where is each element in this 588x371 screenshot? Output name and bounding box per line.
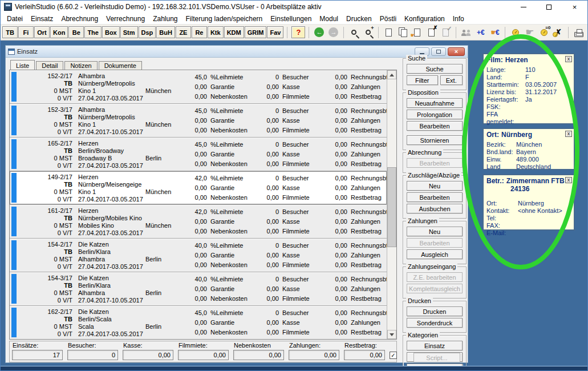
list-row[interactable]: 149-2/17 TB 0 MST 0 V/T Herzen Nürnberg/… xyxy=(10,171,387,205)
menu-verrechnung[interactable]: Verrechnung xyxy=(102,14,149,24)
search-button[interactable] xyxy=(347,26,360,39)
toolbar-button-kon[interactable]: Kon xyxy=(50,26,68,38)
forward-button[interactable]: → xyxy=(327,26,340,39)
vertical-scrollbar[interactable] xyxy=(387,70,396,339)
betreiber-panel-close-button[interactable]: x xyxy=(565,177,572,183)
list-row[interactable]: 154-2/17 TB 0 MST 0 V/T Die Katzen Berli… xyxy=(10,239,387,272)
bearbeiten-button[interactable]: Bearbeiten xyxy=(407,158,463,168)
toolbar-button-grim[interactable]: GRIM xyxy=(245,26,267,38)
payment-button[interactable] xyxy=(509,26,522,39)
neu-button[interactable]: Neu xyxy=(407,227,463,236)
menu-modul[interactable]: Modul xyxy=(315,14,342,24)
filter-button[interactable]: Filter xyxy=(407,75,438,85)
summary-label: Kasse: xyxy=(123,342,173,350)
cancel-payment-button[interactable]: ✗ xyxy=(551,26,565,39)
scrollbar-thumb[interactable] xyxy=(387,167,396,247)
toolbar-button-kdm[interactable]: KDM xyxy=(224,26,244,38)
tab-liste[interactable]: Liste xyxy=(10,60,35,70)
toolbar-button-ktk[interactable]: Ktk xyxy=(208,26,224,38)
close-button[interactable]: × xyxy=(562,1,587,13)
summary-checkbox[interactable]: ✓ xyxy=(390,352,397,359)
toolbar-button-re[interactable]: Re xyxy=(192,26,207,38)
neuaufnahme-button[interactable]: Neuaufnahme xyxy=(407,98,463,108)
payment-hand-button[interactable]: ☛ xyxy=(523,26,536,39)
menu-einsatz[interactable]: Einsatz xyxy=(27,14,57,24)
list-row[interactable]: 152-3/17 TB 0 MST 0 V/T Alhambra Nürnber… xyxy=(10,104,387,138)
toolbar-button-stm[interactable]: Stm xyxy=(120,26,138,38)
ausbuchen-button[interactable]: Ausbuchen xyxy=(407,204,463,213)
script-button[interactable]: Script... xyxy=(413,353,460,362)
list-row[interactable]: 152-2/17 TB 0 MST 0 V/T Alhambra Nürnber… xyxy=(10,70,387,104)
list-row[interactable]: 162-2/17 TB 0 MST 0 V/T Die Katzen Berli… xyxy=(10,306,387,339)
tab-detail[interactable]: Detail xyxy=(36,61,63,70)
ort-panel-close-button[interactable]: x xyxy=(565,131,572,137)
ort-panel-header: Ort:Nürnberg xyxy=(486,131,571,139)
ort-label: Ort: xyxy=(486,131,499,139)
toolbar-button-dsp[interactable]: Dsp xyxy=(139,26,156,38)
sonderdruck-button[interactable]: Sonderdruck xyxy=(407,318,463,328)
menu-konfiguration[interactable]: Konfiguration xyxy=(400,14,449,24)
maximize-button[interactable] xyxy=(536,1,562,13)
group-drucken: DruckenDruckenSonderdruck xyxy=(403,301,467,333)
menu-zahlung[interactable]: Zahlung xyxy=(149,14,181,24)
drucken-button[interactable]: Drucken xyxy=(407,307,463,316)
z-e-bearbeiten-button[interactable]: Z.E. bearbeiten xyxy=(407,272,463,282)
tab-dokumente[interactable]: Dokumente xyxy=(99,61,142,70)
delete-record-button[interactable]: ✗ xyxy=(425,26,438,39)
pay-amount-button[interactable]: ☛€ xyxy=(488,26,501,39)
toolbar-button-box[interactable]: Box xyxy=(102,26,120,38)
toolbar-button-fav[interactable]: Fav xyxy=(267,26,283,38)
toolbar-button-fi[interactable]: Fi xyxy=(18,26,34,38)
stornieren-button[interactable]: Stornieren xyxy=(407,135,463,145)
add-amount-button[interactable]: +€ xyxy=(474,26,487,39)
ext-button[interactable]: Ext. xyxy=(440,75,463,85)
film-panel-close-button[interactable]: x xyxy=(565,56,572,62)
edit-record-button[interactable]: ☛ xyxy=(411,26,424,39)
toolbar-button-tb[interactable]: TB xyxy=(2,26,18,38)
menu-drucken[interactable]: Drucken xyxy=(342,14,376,24)
menu-pöstli[interactable]: Pöstli xyxy=(376,14,400,24)
print-button[interactable] xyxy=(572,26,585,39)
toolbar-button-the[interactable]: The xyxy=(84,26,102,38)
persons-button[interactable] xyxy=(460,26,473,39)
ausgleich-button[interactable]: Ausgleich xyxy=(407,249,463,259)
toolbar-button-be[interactable]: Be xyxy=(68,26,84,38)
balance-zero-button[interactable]: =0 xyxy=(537,26,550,39)
group-label: Zahlungen xyxy=(406,217,439,224)
list-row[interactable]: 165-2/17 TB 0 MST 0 V/T Herzen Berlin/Br… xyxy=(10,138,387,171)
help-button[interactable]: ? xyxy=(291,26,305,38)
toolbar-button-ort[interactable]: Ort xyxy=(34,26,50,38)
wiederholen-button[interactable]: Wiederholen xyxy=(407,364,463,366)
menu-filterung-laden-speichern[interactable]: Filterung laden/speichern xyxy=(182,14,267,24)
list-row[interactable]: 161-2/17 TB 0 MST 0 V/T Herzen Nürnberg/… xyxy=(10,205,387,239)
row-color-bar xyxy=(11,106,17,135)
komplettausgleich-button[interactable]: Komplettausgleich xyxy=(407,284,463,293)
einsatz-close-button[interactable]: × xyxy=(448,47,465,56)
einsatz-maximize-button[interactable] xyxy=(431,47,446,56)
back-button[interactable]: ← xyxy=(313,26,326,39)
tab-notizen[interactable]: Notizen xyxy=(64,61,97,70)
neu-button[interactable]: Neu xyxy=(407,181,463,191)
search-extended-button[interactable]: + xyxy=(362,26,375,39)
copy-record-button[interactable] xyxy=(396,26,409,39)
prolongation-button[interactable]: Prolongation xyxy=(407,110,463,119)
toolbar-button-buh[interactable]: BuH xyxy=(156,26,175,38)
bearbeiten-button[interactable]: Bearbeiten xyxy=(407,121,463,131)
bearbeiten-button[interactable]: Bearbeiten xyxy=(407,238,463,248)
minimize-button[interactable] xyxy=(510,1,536,13)
menu-einstellungen[interactable]: Einstellungen xyxy=(266,14,315,24)
scroll-down-button[interactable] xyxy=(387,330,396,339)
new-record-button[interactable] xyxy=(382,26,395,39)
toolbar: TBFiOrtKonBeTheBoxStmDspBuHZEReKtkKDMGRI… xyxy=(1,25,587,41)
suche-button[interactable]: Suche xyxy=(407,64,463,74)
close-icon: × xyxy=(455,49,458,55)
menu-datei[interactable]: Datei xyxy=(3,14,27,24)
list-row[interactable]: 154-3/17 TB 0 MST 0 V/T Die Katzen Berli… xyxy=(10,272,387,306)
toolbar-button-ze[interactable]: ZE xyxy=(176,26,191,38)
bearbeiten-button[interactable]: Bearbeiten xyxy=(407,192,463,202)
scroll-up-button[interactable] xyxy=(387,70,396,79)
menu-abrechnung[interactable]: Abrechnung xyxy=(57,14,102,24)
einsatz-button[interactable]: Einsatz xyxy=(407,341,463,350)
confirm-record-button[interactable]: ✓ xyxy=(439,26,452,39)
menu-info[interactable]: Info xyxy=(449,14,468,24)
